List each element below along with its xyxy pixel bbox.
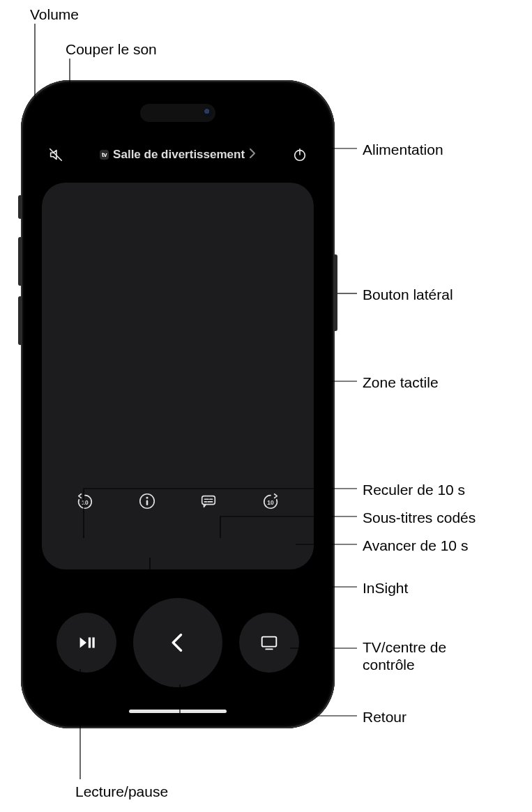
leader-lines bbox=[0, 0, 532, 812]
